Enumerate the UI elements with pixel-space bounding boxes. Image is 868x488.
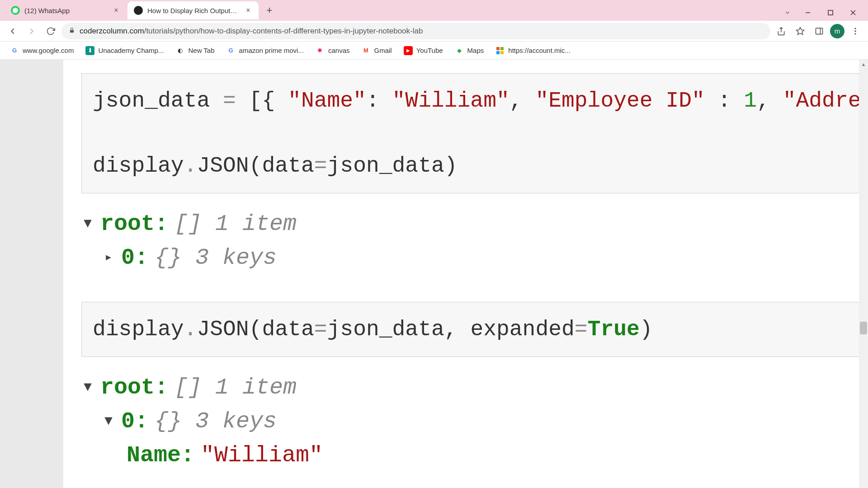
page-viewport: json_data = [{ "Name": "William", "Emplo… bbox=[0, 60, 868, 488]
bookmark-google[interactable]: Gwww.google.com bbox=[5, 43, 78, 58]
json-output-expanded: ▼ root: [] 1 item ▼ 0: {} 3 keys Name: "… bbox=[81, 371, 868, 472]
svg-point-9 bbox=[854, 28, 856, 29]
close-window-button[interactable] bbox=[842, 5, 864, 21]
bookmark-maps[interactable]: ◆Maps bbox=[450, 43, 489, 58]
json-output-collapsed: ▼ root: [] 1 item ▸ 0: {} 3 keys bbox=[81, 207, 868, 275]
lock-icon bbox=[69, 27, 75, 35]
tree-root-row[interactable]: ▼ root: [] 1 item bbox=[81, 371, 868, 404]
svg-point-10 bbox=[854, 30, 856, 32]
bookmark-microsoft[interactable]: https://account.mic... bbox=[491, 43, 575, 58]
close-icon[interactable]: × bbox=[112, 6, 120, 14]
scroll-up-icon[interactable]: ▴ bbox=[859, 60, 868, 69]
maps-icon: ◆ bbox=[455, 46, 464, 55]
forward-button[interactable] bbox=[24, 23, 40, 39]
svg-rect-4 bbox=[70, 30, 74, 33]
bookmarks-bar: Gwww.google.com ⬇Unacademy Champ... ◐New… bbox=[0, 42, 868, 60]
canvas-icon: ✱ bbox=[316, 46, 325, 55]
svg-rect-13 bbox=[500, 47, 504, 50]
svg-rect-1 bbox=[828, 10, 833, 15]
svg-rect-12 bbox=[496, 47, 500, 50]
address-bar[interactable]: coderzcolumn.com/tutorials/python/how-to… bbox=[61, 23, 770, 39]
svg-rect-7 bbox=[816, 28, 823, 34]
svg-rect-14 bbox=[496, 51, 500, 54]
svg-point-11 bbox=[854, 33, 856, 34]
tab-title: How to Display Rich Outputs (im bbox=[147, 7, 240, 14]
google-icon: G bbox=[10, 46, 19, 55]
code-cell-json-define[interactable]: json_data = [{ "Name": "William", "Emplo… bbox=[81, 73, 868, 193]
expand-toggle-icon[interactable]: ▼ bbox=[81, 377, 94, 398]
svg-marker-6 bbox=[797, 27, 804, 34]
bookmark-amazon[interactable]: Gamazon prime movi... bbox=[222, 43, 308, 58]
tabs-dropdown-icon[interactable] bbox=[778, 5, 797, 21]
bookmark-star-icon[interactable] bbox=[792, 23, 808, 39]
side-panel-icon[interactable] bbox=[811, 23, 827, 39]
reload-button[interactable] bbox=[42, 23, 59, 39]
tab-coderzcolumn[interactable]: How to Display Rich Outputs (im × bbox=[127, 1, 259, 19]
tree-root-row[interactable]: ▼ root: [] 1 item bbox=[81, 207, 868, 241]
youtube-icon: ▶ bbox=[404, 46, 413, 55]
bookmark-canvas[interactable]: ✱canvas bbox=[311, 43, 354, 58]
tree-entry-row: Name: "William" bbox=[81, 438, 868, 472]
url-bar: coderzcolumn.com/tutorials/python/how-to… bbox=[0, 21, 868, 42]
maximize-button[interactable] bbox=[819, 5, 842, 21]
bookmark-gmail[interactable]: MGmail bbox=[357, 43, 396, 58]
browser-titlebar: (12) WhatsApp × How to Display Rich Outp… bbox=[0, 0, 868, 21]
back-button[interactable] bbox=[5, 23, 21, 39]
page-scrollbar[interactable]: ▴ bbox=[859, 60, 868, 488]
site-icon bbox=[134, 6, 143, 15]
microsoft-icon bbox=[495, 46, 505, 55]
svg-rect-15 bbox=[500, 51, 504, 54]
collapse-toggle-icon[interactable]: ▸ bbox=[102, 248, 115, 268]
profile-avatar[interactable]: m bbox=[830, 24, 844, 38]
bookmark-newtab[interactable]: ◐New Tab bbox=[171, 43, 219, 58]
tree-child-row[interactable]: ▼ 0: {} 3 keys bbox=[81, 404, 868, 438]
code-cell-json-expanded[interactable]: display.JSON(data=json_data, expanded=Tr… bbox=[81, 302, 868, 357]
url-text: coderzcolumn.com/tutorials/python/how-to… bbox=[80, 27, 763, 36]
bookmark-unacademy[interactable]: ⬇Unacademy Champ... bbox=[81, 43, 168, 58]
tab-whatsapp[interactable]: (12) WhatsApp × bbox=[5, 1, 127, 19]
tree-child-row[interactable]: ▸ 0: {} 3 keys bbox=[81, 241, 868, 275]
scroll-thumb[interactable] bbox=[860, 322, 867, 334]
bookmark-youtube[interactable]: ▶YouTube bbox=[399, 43, 448, 58]
close-icon[interactable]: × bbox=[244, 6, 252, 14]
share-icon[interactable] bbox=[773, 23, 789, 39]
tab-strip: (12) WhatsApp × How to Display Rich Outp… bbox=[0, 0, 778, 21]
unacademy-icon: ⬇ bbox=[85, 46, 94, 55]
tab-title: (12) WhatsApp bbox=[24, 7, 108, 14]
gmail-icon: M bbox=[361, 46, 370, 55]
menu-icon[interactable] bbox=[847, 23, 863, 39]
google-icon: G bbox=[226, 46, 236, 55]
globe-icon: ◐ bbox=[175, 46, 184, 55]
minimize-button[interactable] bbox=[797, 5, 819, 21]
expand-toggle-icon[interactable]: ▼ bbox=[81, 214, 94, 234]
new-tab-button[interactable]: + bbox=[262, 3, 277, 18]
window-controls bbox=[778, 4, 868, 21]
whatsapp-icon bbox=[11, 6, 20, 15]
expand-toggle-icon[interactable]: ▼ bbox=[102, 411, 115, 432]
article-content: json_data = [{ "Name": "William", "Emplo… bbox=[63, 60, 868, 488]
